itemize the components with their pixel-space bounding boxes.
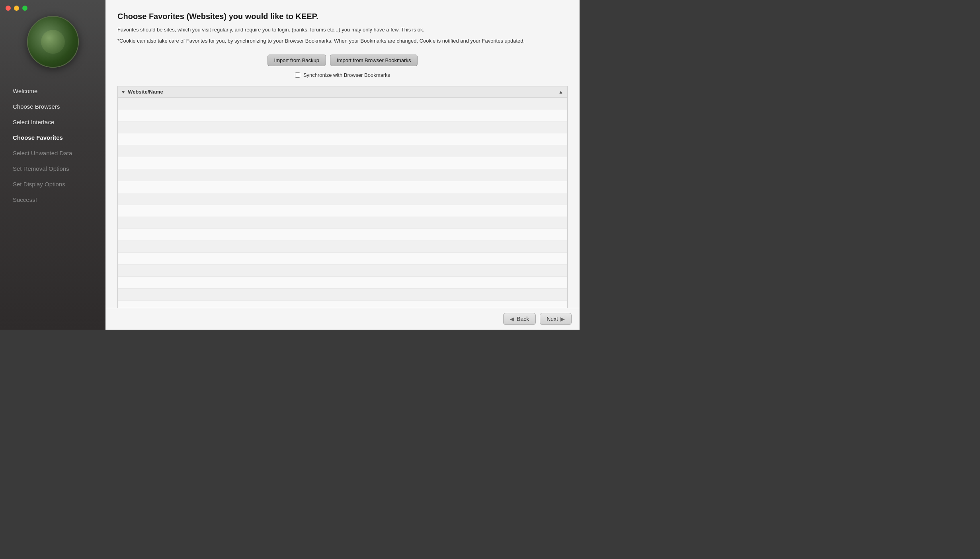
description-text: Favorites should be sites, which you vis…	[117, 26, 568, 34]
next-icon: ▶	[560, 316, 565, 322]
table-row	[118, 205, 567, 217]
sync-checkbox[interactable]	[295, 72, 300, 78]
sidebar-item-select-unwanted-data: Select Unwanted Data	[8, 146, 98, 160]
table-row	[118, 145, 567, 157]
nav-list: Welcome Choose Browsers Select Interface…	[0, 84, 105, 208]
table-row	[118, 193, 567, 205]
table-row	[118, 301, 567, 308]
table-row	[118, 289, 567, 301]
table-row	[118, 133, 567, 145]
traffic-lights	[6, 6, 27, 11]
app-logo	[27, 16, 79, 68]
back-label: Back	[517, 316, 529, 322]
table-header: ♥ Website/Name ▲	[118, 86, 567, 98]
main-content: Choose Favorites (Websites) you would li…	[105, 0, 580, 330]
import-from-backup-button[interactable]: Import from Backup	[267, 55, 326, 66]
table-row	[118, 277, 567, 289]
sidebar-item-choose-favorites[interactable]: Choose Favorites	[8, 130, 98, 145]
sidebar-item-choose-browsers[interactable]: Choose Browsers	[8, 99, 98, 114]
table-row	[118, 98, 567, 109]
table-row	[118, 253, 567, 265]
sidebar-item-success: Success!	[8, 192, 98, 207]
table-row	[118, 181, 567, 193]
favorites-table[interactable]: ♥ Website/Name ▲	[117, 86, 568, 308]
sidebar: Welcome Choose Browsers Select Interface…	[0, 0, 105, 330]
sidebar-item-set-display-options: Set Display Options	[8, 177, 98, 192]
table-row	[118, 169, 567, 181]
table-column-header: Website/Name	[128, 89, 558, 95]
table-row	[118, 241, 567, 253]
maximize-button[interactable]	[22, 6, 27, 11]
import-buttons-row: Import from Backup Import from Browser B…	[117, 55, 568, 66]
footer: ◀ Back Next ▶	[105, 308, 580, 330]
table-row	[118, 217, 567, 229]
table-row	[118, 109, 567, 121]
table-row	[118, 229, 567, 241]
sidebar-item-set-removal-options: Set Removal Options	[8, 161, 98, 176]
sidebar-item-welcome[interactable]: Welcome	[8, 84, 98, 98]
chevron-up-icon[interactable]: ▲	[558, 89, 563, 95]
heart-icon: ♥	[122, 89, 125, 95]
minimize-button[interactable]	[14, 6, 19, 11]
next-button[interactable]: Next ▶	[540, 313, 572, 325]
table-row	[118, 265, 567, 277]
close-button[interactable]	[6, 6, 11, 11]
sidebar-item-select-interface[interactable]: Select Interface	[8, 115, 98, 129]
back-icon: ◀	[510, 316, 514, 322]
table-row	[118, 157, 567, 169]
sync-row: Synchronize with Browser Bookmarks	[117, 72, 568, 78]
content-area: Choose Favorites (Websites) you would li…	[105, 0, 580, 308]
note-text: *Cookie can also take care of Favorites …	[117, 37, 568, 45]
sync-label: Synchronize with Browser Bookmarks	[303, 72, 390, 78]
back-button[interactable]: ◀ Back	[503, 313, 536, 325]
import-from-browser-bookmarks-button[interactable]: Import from Browser Bookmarks	[330, 55, 418, 66]
page-title: Choose Favorites (Websites) you would li…	[117, 12, 568, 21]
next-label: Next	[547, 316, 558, 322]
table-row	[118, 121, 567, 133]
